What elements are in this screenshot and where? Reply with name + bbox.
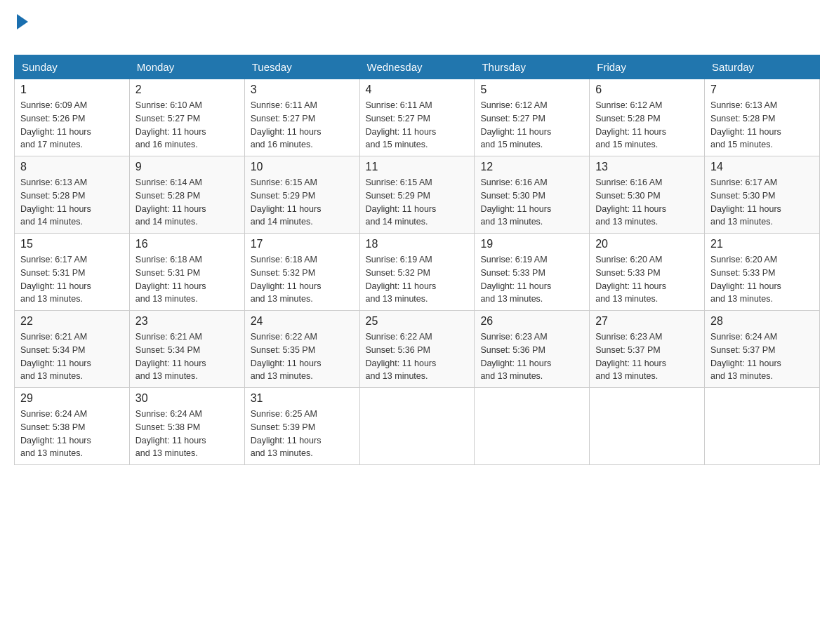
day-info: Sunrise: 6:12 AM Sunset: 5:28 PM Dayligh…	[595, 99, 699, 152]
day-number: 27	[595, 315, 699, 328]
day-number: 1	[20, 83, 124, 96]
day-number: 5	[480, 83, 583, 96]
weekday-header-wednesday: Wednesday	[359, 55, 475, 79]
day-number: 23	[135, 315, 239, 328]
day-number: 4	[366, 83, 469, 96]
day-number: 12	[480, 161, 583, 173]
calendar-cell	[475, 388, 590, 465]
day-info: Sunrise: 6:24 AM Sunset: 5:38 PM Dayligh…	[20, 408, 124, 460]
day-number: 13	[595, 161, 699, 173]
day-number: 10	[251, 161, 354, 173]
day-info: Sunrise: 6:22 AM Sunset: 5:36 PM Dayligh…	[366, 330, 469, 383]
day-number: 31	[251, 392, 354, 405]
calendar-cell: 5 Sunrise: 6:12 AM Sunset: 5:27 PM Dayli…	[475, 79, 590, 156]
calendar-cell: 27 Sunrise: 6:23 AM Sunset: 5:37 PM Dayl…	[590, 311, 705, 388]
day-number: 14	[710, 161, 814, 173]
day-info: Sunrise: 6:19 AM Sunset: 5:33 PM Dayligh…	[480, 253, 583, 306]
day-info: Sunrise: 6:09 AM Sunset: 5:26 PM Dayligh…	[20, 99, 124, 152]
calendar-cell: 4 Sunrise: 6:11 AM Sunset: 5:27 PM Dayli…	[359, 79, 475, 156]
day-info: Sunrise: 6:10 AM Sunset: 5:27 PM Dayligh…	[135, 99, 239, 152]
calendar-cell	[359, 388, 475, 465]
weekday-header-tuesday: Tuesday	[244, 55, 359, 79]
day-info: Sunrise: 6:14 AM Sunset: 5:28 PM Dayligh…	[135, 176, 239, 229]
calendar-cell: 19 Sunrise: 6:19 AM Sunset: 5:33 PM Dayl…	[475, 234, 590, 311]
day-number: 22	[20, 315, 124, 328]
day-info: Sunrise: 6:18 AM Sunset: 5:32 PM Dayligh…	[251, 253, 354, 306]
calendar-cell: 12 Sunrise: 6:16 AM Sunset: 5:30 PM Dayl…	[475, 156, 590, 234]
calendar-cell: 24 Sunrise: 6:22 AM Sunset: 5:35 PM Dayl…	[244, 311, 359, 388]
day-info: Sunrise: 6:15 AM Sunset: 5:29 PM Dayligh…	[251, 176, 354, 229]
calendar-header-row: SundayMondayTuesdayWednesdayThursdayFrid…	[15, 55, 820, 79]
day-number: 15	[20, 238, 124, 250]
calendar-cell: 13 Sunrise: 6:16 AM Sunset: 5:30 PM Dayl…	[590, 156, 705, 234]
calendar-cell	[590, 388, 705, 465]
day-info: Sunrise: 6:19 AM Sunset: 5:32 PM Dayligh…	[366, 253, 469, 306]
weekday-header-thursday: Thursday	[475, 55, 590, 79]
day-number: 8	[20, 161, 124, 173]
calendar-cell: 3 Sunrise: 6:11 AM Sunset: 5:27 PM Dayli…	[244, 79, 359, 156]
calendar-week-row: 8 Sunrise: 6:13 AM Sunset: 5:28 PM Dayli…	[15, 156, 820, 234]
day-info: Sunrise: 6:16 AM Sunset: 5:30 PM Dayligh…	[595, 176, 699, 229]
day-number: 20	[595, 238, 699, 250]
day-number: 24	[251, 315, 354, 328]
day-info: Sunrise: 6:18 AM Sunset: 5:31 PM Dayligh…	[135, 253, 239, 306]
day-info: Sunrise: 6:16 AM Sunset: 5:30 PM Dayligh…	[480, 176, 583, 229]
day-number: 18	[366, 238, 469, 250]
calendar-cell: 8 Sunrise: 6:13 AM Sunset: 5:28 PM Dayli…	[15, 156, 130, 234]
calendar-cell: 2 Sunrise: 6:10 AM Sunset: 5:27 PM Dayli…	[129, 79, 244, 156]
calendar-week-row: 15 Sunrise: 6:17 AM Sunset: 5:31 PM Dayl…	[15, 234, 820, 311]
calendar-cell: 11 Sunrise: 6:15 AM Sunset: 5:29 PM Dayl…	[359, 156, 475, 234]
day-number: 21	[710, 238, 814, 250]
calendar-cell: 29 Sunrise: 6:24 AM Sunset: 5:38 PM Dayl…	[15, 388, 130, 465]
calendar-cell: 6 Sunrise: 6:12 AM Sunset: 5:28 PM Dayli…	[590, 79, 705, 156]
day-number: 3	[251, 83, 354, 96]
calendar-cell: 21 Sunrise: 6:20 AM Sunset: 5:33 PM Dayl…	[705, 234, 820, 311]
weekday-header-saturday: Saturday	[705, 55, 820, 79]
day-info: Sunrise: 6:21 AM Sunset: 5:34 PM Dayligh…	[135, 330, 239, 383]
day-info: Sunrise: 6:22 AM Sunset: 5:35 PM Dayligh…	[251, 330, 354, 383]
calendar-cell: 25 Sunrise: 6:22 AM Sunset: 5:36 PM Dayl…	[359, 311, 475, 388]
calendar-cell: 15 Sunrise: 6:17 AM Sunset: 5:31 PM Dayl…	[15, 234, 130, 311]
weekday-header-sunday: Sunday	[15, 55, 130, 79]
calendar-cell: 1 Sunrise: 6:09 AM Sunset: 5:26 PM Dayli…	[15, 79, 130, 156]
day-number: 26	[480, 315, 583, 328]
calendar-cell: 26 Sunrise: 6:23 AM Sunset: 5:36 PM Dayl…	[475, 311, 590, 388]
day-info: Sunrise: 6:11 AM Sunset: 5:27 PM Dayligh…	[366, 99, 469, 152]
calendar-cell: 30 Sunrise: 6:24 AM Sunset: 5:38 PM Dayl…	[129, 388, 244, 465]
day-number: 29	[20, 392, 124, 405]
calendar-cell: 16 Sunrise: 6:18 AM Sunset: 5:31 PM Dayl…	[129, 234, 244, 311]
day-info: Sunrise: 6:13 AM Sunset: 5:28 PM Dayligh…	[20, 176, 124, 229]
day-number: 30	[135, 392, 239, 405]
calendar-week-row: 22 Sunrise: 6:21 AM Sunset: 5:34 PM Dayl…	[15, 311, 820, 388]
day-info: Sunrise: 6:23 AM Sunset: 5:37 PM Dayligh…	[595, 330, 699, 383]
calendar-week-row: 29 Sunrise: 6:24 AM Sunset: 5:38 PM Dayl…	[15, 388, 820, 465]
day-number: 16	[135, 238, 239, 250]
calendar-cell: 14 Sunrise: 6:17 AM Sunset: 5:30 PM Dayl…	[705, 156, 820, 234]
logo-arrow-icon	[17, 14, 28, 29]
calendar-cell: 28 Sunrise: 6:24 AM Sunset: 5:37 PM Dayl…	[705, 311, 820, 388]
page-header	[14, 14, 820, 48]
calendar-week-row: 1 Sunrise: 6:09 AM Sunset: 5:26 PM Dayli…	[15, 79, 820, 156]
day-info: Sunrise: 6:17 AM Sunset: 5:31 PM Dayligh…	[20, 253, 124, 306]
calendar-cell: 23 Sunrise: 6:21 AM Sunset: 5:34 PM Dayl…	[129, 311, 244, 388]
day-number: 9	[135, 161, 239, 173]
weekday-header-friday: Friday	[590, 55, 705, 79]
calendar-cell: 7 Sunrise: 6:13 AM Sunset: 5:28 PM Dayli…	[705, 79, 820, 156]
day-info: Sunrise: 6:25 AM Sunset: 5:39 PM Dayligh…	[251, 408, 354, 460]
day-number: 6	[595, 83, 699, 96]
day-number: 25	[366, 315, 469, 328]
day-number: 17	[251, 238, 354, 250]
calendar-cell: 17 Sunrise: 6:18 AM Sunset: 5:32 PM Dayl…	[244, 234, 359, 311]
day-info: Sunrise: 6:24 AM Sunset: 5:38 PM Dayligh…	[135, 408, 239, 460]
calendar-cell: 20 Sunrise: 6:20 AM Sunset: 5:33 PM Dayl…	[590, 234, 705, 311]
day-info: Sunrise: 6:15 AM Sunset: 5:29 PM Dayligh…	[366, 176, 469, 229]
calendar-cell: 18 Sunrise: 6:19 AM Sunset: 5:32 PM Dayl…	[359, 234, 475, 311]
day-number: 19	[480, 238, 583, 250]
calendar-cell: 9 Sunrise: 6:14 AM Sunset: 5:28 PM Dayli…	[129, 156, 244, 234]
day-number: 7	[710, 83, 814, 96]
day-number: 28	[710, 315, 814, 328]
day-info: Sunrise: 6:17 AM Sunset: 5:30 PM Dayligh…	[710, 176, 814, 229]
day-info: Sunrise: 6:11 AM Sunset: 5:27 PM Dayligh…	[251, 99, 354, 152]
day-number: 2	[135, 83, 239, 96]
weekday-header-monday: Monday	[129, 55, 244, 79]
